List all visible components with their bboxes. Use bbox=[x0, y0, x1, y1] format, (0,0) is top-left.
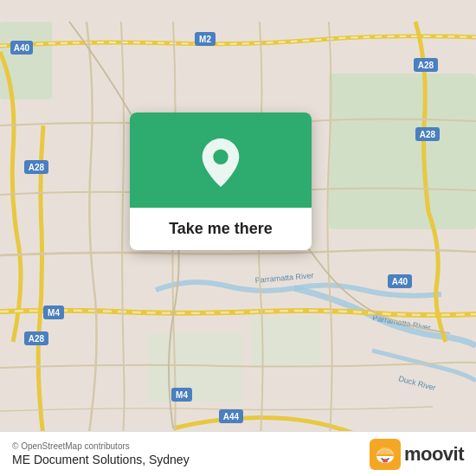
bottom-left-info: © OpenStreetMap contributors ME Document… bbox=[12, 441, 190, 466]
svg-text:A40: A40 bbox=[14, 43, 30, 53]
svg-point-27 bbox=[213, 150, 228, 164]
svg-text:M4: M4 bbox=[176, 390, 188, 400]
svg-text:Duck River: Duck River bbox=[397, 374, 436, 392]
svg-text:A28: A28 bbox=[420, 130, 436, 139]
svg-rect-3 bbox=[329, 74, 476, 229]
svg-text:A44: A44 bbox=[223, 412, 240, 421]
svg-text:Parramatta River: Parramatta River bbox=[254, 271, 314, 285]
svg-text:A40: A40 bbox=[392, 277, 408, 286]
business-name: ME Document Solutions, Sydney bbox=[12, 453, 190, 466]
card-green-section bbox=[130, 113, 312, 208]
svg-text:A28: A28 bbox=[29, 163, 45, 172]
map-container: Parramatta River Parramatta River Duck R… bbox=[0, 0, 476, 476]
svg-text:M2: M2 bbox=[199, 35, 211, 44]
svg-text:A28: A28 bbox=[29, 334, 45, 344]
location-pin-icon bbox=[198, 137, 243, 189]
svg-rect-5 bbox=[147, 333, 242, 402]
take-me-there-button[interactable]: Take me there bbox=[151, 208, 290, 250]
moovit-logo: moovit bbox=[370, 439, 464, 470]
svg-text:A28: A28 bbox=[418, 61, 434, 70]
svg-rect-4 bbox=[0, 22, 52, 100]
svg-point-32 bbox=[383, 459, 388, 462]
moovit-logo-icon bbox=[370, 439, 401, 470]
svg-text:M4: M4 bbox=[48, 308, 60, 318]
bottom-bar: © OpenStreetMap contributors ME Document… bbox=[0, 431, 476, 476]
moovit-text: moovit bbox=[404, 443, 464, 466]
osm-attribution: © OpenStreetMap contributors bbox=[12, 441, 190, 451]
navigation-card: Take me there bbox=[130, 113, 312, 250]
